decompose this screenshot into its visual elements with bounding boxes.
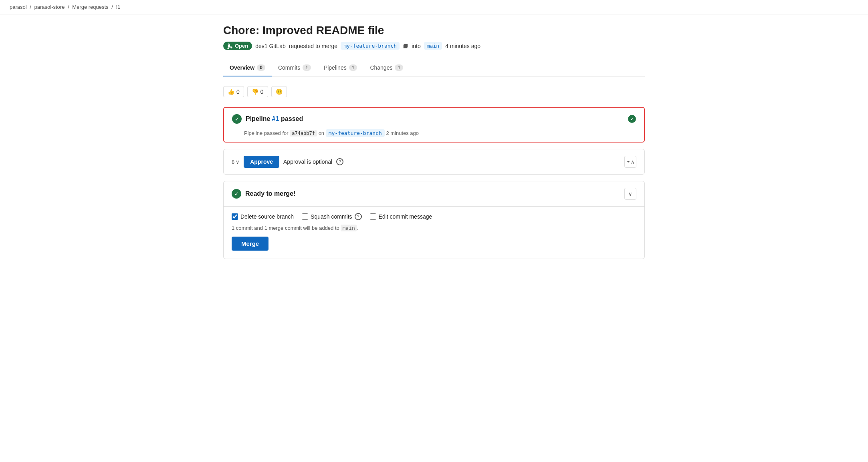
page-title: Chore: Improved README file [223, 24, 645, 37]
edit-commit-message-label[interactable]: Edit commit message [370, 213, 432, 220]
tab-commits-count: 1 [303, 64, 311, 71]
thumbs-down-button[interactable]: 👎 0 [247, 86, 268, 97]
pipeline-branch[interactable]: my-feature-branch [326, 129, 385, 137]
meta-line: Open dev1 GitLab requested to merge my-f… [223, 42, 645, 50]
merge-ready-text: Ready to merge! [245, 190, 295, 197]
tab-overview-count: 0 [257, 64, 265, 71]
tab-commits[interactable]: Commits 1 [272, 60, 317, 76]
merge-ready-section: ✓ Ready to merge! [232, 189, 295, 199]
approve-section: 8 ∨ Approve Approval is optional ? [232, 156, 343, 168]
pipeline-check-icon: ✓ [232, 114, 242, 124]
merge-section: Delete source branch Squash commits ? Ed… [224, 207, 644, 259]
merge-icon [227, 43, 233, 49]
thumbs-down-emoji: 👎 [252, 88, 258, 95]
approve-button[interactable]: Approve [244, 156, 279, 168]
squash-help-icon[interactable]: ? [355, 213, 362, 220]
approver-count: 8 ∨ [232, 159, 240, 165]
tab-pipelines[interactable]: Pipelines 1 [317, 60, 364, 76]
squash-commits-label[interactable]: Squash commits ? [302, 213, 361, 220]
author-text: dev1 GitLab [255, 43, 286, 49]
squash-commits-checkbox[interactable] [302, 213, 308, 220]
breadcrumb-merge-requests[interactable]: Merge requests [72, 4, 108, 10]
approval-optional-text: Approval is optional [283, 159, 332, 165]
source-branch[interactable]: my-feature-branch [341, 42, 400, 50]
approval-help-icon[interactable]: ? [336, 158, 343, 165]
breadcrumb-parasol-store[interactable]: parasol-store [34, 4, 65, 10]
pipeline-header: ✓ Pipeline #1 passed ✓ [224, 108, 644, 130]
merge-target-branch: main [341, 225, 356, 231]
copy-branch-icon[interactable] [403, 43, 408, 49]
merge-collapse-button[interactable]: ∨ [624, 188, 636, 200]
merge-info: 1 commit and 1 merge commit will be adde… [232, 225, 636, 231]
thumbs-up-emoji: 👍 [228, 88, 234, 95]
reaction-bar: 👍 0 👎 0 🙂 [223, 86, 645, 97]
merge-button[interactable]: Merge [232, 237, 268, 251]
status-badge: Open [223, 42, 252, 50]
thumbs-up-button[interactable]: 👍 0 [223, 86, 244, 97]
pipeline-status-icon: ✓ [628, 115, 636, 123]
pipeline-commit-hash: a74abb7f [290, 130, 317, 137]
emoji-picker-button[interactable]: 🙂 [271, 86, 287, 97]
edit-commit-message-checkbox[interactable] [370, 213, 376, 220]
time-ago: 4 minutes ago [445, 43, 480, 49]
thumbs-up-count: 0 [236, 88, 240, 95]
tab-changes-count: 1 [395, 64, 403, 71]
merge-card: ✓ Ready to merge! ∨ Delete source branch… [223, 181, 645, 259]
approval-card: 8 ∨ Approve Approval is optional ? ∧ [223, 149, 645, 175]
tab-overview[interactable]: Overview 0 [223, 60, 272, 76]
pipeline-header-left: ✓ Pipeline #1 passed [232, 114, 303, 124]
pipeline-subtitle: Pipeline passed for a74abb7f on my-featu… [224, 130, 644, 142]
breadcrumb: parasol / parasol-store / Merge requests… [0, 0, 868, 14]
pipeline-link[interactable]: #1 [272, 115, 279, 122]
merge-card-header: ✓ Ready to merge! ∨ [224, 181, 644, 206]
action-text: requested to merge [289, 43, 337, 49]
thumbs-down-count: 0 [260, 88, 264, 95]
breadcrumb-parasol[interactable]: parasol [10, 4, 27, 10]
tab-changes[interactable]: Changes 1 [363, 60, 410, 76]
merge-ready-icon: ✓ [232, 189, 241, 199]
pipeline-card: ✓ Pipeline #1 passed ✓ Pipeline passed f… [223, 107, 645, 143]
smiley-icon: 🙂 [276, 88, 283, 95]
tab-pipelines-count: 1 [349, 64, 357, 71]
merge-options: Delete source branch Squash commits ? Ed… [232, 213, 636, 220]
delete-source-branch-label[interactable]: Delete source branch [232, 213, 294, 220]
tabs: Overview 0 Commits 1 Pipelines 1 Changes… [223, 60, 645, 76]
approval-header: 8 ∨ Approve Approval is optional ? ∧ [224, 149, 644, 174]
approval-collapse-button[interactable]: ∧ [624, 156, 636, 168]
into-text: into [412, 43, 421, 49]
delete-source-branch-checkbox[interactable] [232, 213, 238, 220]
target-branch[interactable]: main [424, 42, 442, 50]
pipeline-title: Pipeline #1 passed [246, 115, 303, 123]
breadcrumb-mr-id[interactable]: !1 [116, 4, 120, 10]
